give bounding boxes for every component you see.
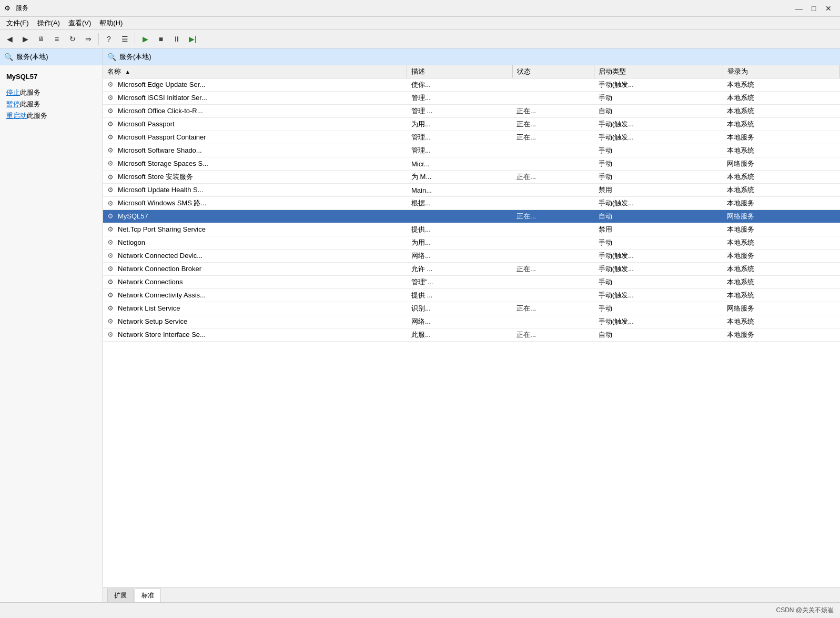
sidebar-title: 服务(本地) bbox=[16, 52, 48, 62]
service-status: 正在... bbox=[512, 171, 594, 184]
toolbar: ◀ ▶ 🖥 ≡ ↻ ⇒ ? ☰ ▶ ■ ⏸ ▶| bbox=[0, 29, 840, 48]
content-header: 🔍 服务(本地) bbox=[103, 48, 840, 65]
service-status: 正在... bbox=[512, 131, 594, 144]
table-row[interactable]: Microsoft Storage Spaces S...Micr...手动网络… bbox=[103, 157, 840, 171]
pause-service-link[interactable]: 暂停此服务 bbox=[6, 99, 96, 109]
service-icon-1 bbox=[107, 94, 116, 102]
restart-link-text[interactable]: 重启动 bbox=[6, 112, 27, 119]
service-startup: 手动(触发... bbox=[594, 315, 723, 328]
service-desc: 管理"... bbox=[407, 276, 512, 289]
table-row[interactable]: Network List Service识别...正在...手动网络服务 bbox=[103, 302, 840, 315]
maximize-button[interactable]: □ bbox=[806, 1, 821, 16]
refresh[interactable]: ↻ bbox=[65, 32, 80, 46]
col-header-name[interactable]: 名称 ▲ bbox=[103, 65, 407, 78]
separator-2 bbox=[135, 33, 135, 45]
table-row[interactable]: Microsoft iSCSI Initiator Ser...管理...手动本… bbox=[103, 92, 840, 105]
service-desc: 管理 ... bbox=[407, 105, 512, 118]
table-row[interactable]: Microsoft Passport为用...正在...手动(触发...本地系统 bbox=[103, 118, 840, 131]
tab-standard[interactable]: 标准 bbox=[135, 589, 161, 602]
service-login: 本地系统 bbox=[723, 184, 839, 197]
export[interactable]: ⇒ bbox=[81, 32, 96, 46]
selected-service-label: MySQL57 bbox=[0, 69, 103, 84]
back-button[interactable]: ◀ bbox=[2, 32, 17, 46]
table-row[interactable]: Network Connection Broker允许 ...正在...手动(触… bbox=[103, 263, 840, 276]
tab-expand[interactable]: 扩展 bbox=[107, 589, 134, 602]
service-icon-15 bbox=[107, 278, 116, 286]
service-icon-6 bbox=[107, 160, 116, 168]
table-row[interactable]: Network Store Interface Se...此服...正在...自… bbox=[103, 328, 840, 342]
service-startup: 手动(触发... bbox=[594, 263, 723, 276]
service-status bbox=[512, 144, 594, 157]
service-login: 本地系统 bbox=[723, 263, 839, 276]
properties-button[interactable]: ☰ bbox=[117, 32, 132, 46]
table-row[interactable]: Microsoft Office Click-to-R...管理 ...正在..… bbox=[103, 105, 840, 118]
table-row[interactable]: Microsoft Passport Container管理...正在...手动… bbox=[103, 131, 840, 144]
service-startup: 手动(触发... bbox=[594, 289, 723, 302]
restart-service-link[interactable]: 重启动此服务 bbox=[6, 111, 96, 121]
close-button[interactable]: ✕ bbox=[821, 1, 836, 16]
pause-service[interactable]: ⏸ bbox=[169, 32, 184, 46]
service-login: 网络服务 bbox=[723, 157, 839, 171]
menu-file[interactable]: 文件(F) bbox=[2, 17, 33, 29]
menu-action[interactable]: 操作(A) bbox=[33, 17, 64, 29]
service-icon-7 bbox=[107, 173, 116, 182]
service-startup: 自动 bbox=[594, 210, 723, 223]
menu-help[interactable]: 帮助(H) bbox=[95, 17, 127, 29]
services-table-container[interactable]: 名称 ▲ 描述 状态 启动类型 登录为 Microsoft Edge Updat… bbox=[103, 65, 840, 587]
content-title: 服务(本地) bbox=[119, 52, 151, 62]
start-service[interactable]: ▶ bbox=[138, 32, 153, 46]
service-startup: 手动(触发... bbox=[594, 197, 723, 210]
stop-link-text[interactable]: 停止 bbox=[6, 88, 20, 96]
service-icon-13 bbox=[107, 252, 116, 260]
col-header-status[interactable]: 状态 bbox=[512, 65, 594, 78]
table-row[interactable]: Microsoft Windows SMS 路...根据...手动(触发...本… bbox=[103, 197, 840, 210]
restart-service[interactable]: ▶| bbox=[185, 32, 200, 46]
pause-suffix: 此服务 bbox=[20, 100, 41, 108]
col-header-login[interactable]: 登录为 bbox=[723, 65, 839, 78]
service-status: 正在... bbox=[512, 328, 594, 342]
table-header-row: 名称 ▲ 描述 状态 启动类型 登录为 bbox=[103, 65, 840, 78]
table-row[interactable]: Microsoft Update Health S...Main...禁用本地系… bbox=[103, 184, 840, 197]
window-controls: — □ ✕ bbox=[792, 1, 836, 16]
service-status: 正在... bbox=[512, 302, 594, 315]
table-row[interactable]: Microsoft Software Shado...管理...手动本地系统 bbox=[103, 144, 840, 157]
view-list[interactable]: ≡ bbox=[49, 32, 64, 46]
service-login: 本地系统 bbox=[723, 78, 839, 92]
service-icon-3 bbox=[107, 120, 116, 128]
service-icon-4 bbox=[107, 133, 116, 142]
minimize-button[interactable]: — bbox=[792, 1, 806, 16]
service-login: 本地系统 bbox=[723, 276, 839, 289]
forward-button[interactable]: ▶ bbox=[18, 32, 33, 46]
service-startup: 自动 bbox=[594, 105, 723, 118]
table-row[interactable]: Net.Tcp Port Sharing Service提供...禁用本地服务 bbox=[103, 223, 840, 236]
service-desc: Micr... bbox=[407, 157, 512, 171]
table-row[interactable]: Network Connections管理"...手动本地系统 bbox=[103, 276, 840, 289]
stop-service-link[interactable]: 停止此服务 bbox=[6, 88, 96, 97]
table-row[interactable]: Microsoft Edge Update Ser...使你...手动(触发..… bbox=[103, 78, 840, 92]
menu-view[interactable]: 查看(V) bbox=[64, 17, 95, 29]
table-row[interactable]: Network Connected Devic...网络...手动(触发...本… bbox=[103, 250, 840, 263]
col-header-startup[interactable]: 启动类型 bbox=[594, 65, 723, 78]
table-row[interactable]: Network Connectivity Assis...提供 ...手动(触发… bbox=[103, 289, 840, 302]
pause-link-text[interactable]: 暂停 bbox=[6, 100, 20, 108]
service-status bbox=[512, 197, 594, 210]
table-row[interactable]: Microsoft Store 安装服务为 M...正在...手动本地系统 bbox=[103, 171, 840, 184]
service-desc: 根据... bbox=[407, 197, 512, 210]
table-row[interactable]: MySQL57正在...自动网络服务 bbox=[103, 210, 840, 223]
help-button[interactable]: ? bbox=[102, 32, 116, 46]
title-bar: ⚙ 服务 — □ ✕ bbox=[0, 0, 840, 17]
service-icon-9 bbox=[107, 200, 116, 208]
service-desc: 提供... bbox=[407, 223, 512, 236]
sidebar-actions: 停止此服务 暂停此服务 重启动此服务 bbox=[0, 84, 103, 125]
service-status bbox=[512, 157, 594, 171]
show-hide-console[interactable]: 🖥 bbox=[34, 32, 48, 46]
table-row[interactable]: Netlogon为用...手动本地系统 bbox=[103, 236, 840, 250]
service-status: 正在... bbox=[512, 118, 594, 131]
col-header-desc[interactable]: 描述 bbox=[407, 65, 512, 78]
stop-service[interactable]: ■ bbox=[154, 32, 168, 46]
service-startup: 手动 bbox=[594, 144, 723, 157]
service-icon-18 bbox=[107, 317, 116, 326]
service-desc: 此服... bbox=[407, 328, 512, 342]
service-startup: 手动(触发... bbox=[594, 118, 723, 131]
table-row[interactable]: Network Setup Service网络...手动(触发...本地系统 bbox=[103, 315, 840, 328]
